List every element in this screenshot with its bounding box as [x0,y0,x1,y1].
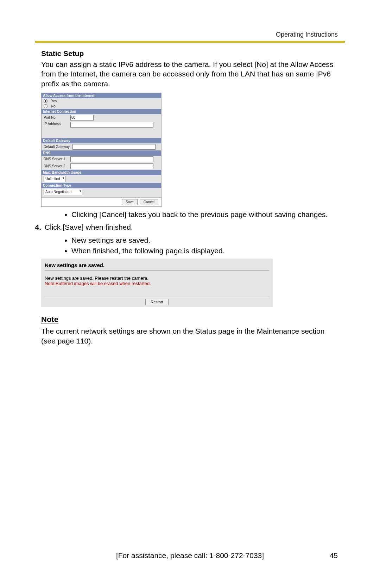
port-no-label: Port No. [44,116,68,119]
config-panel: Allow Access from the Internet Yes No In… [41,93,162,207]
panel-button-row: Save Cancel [42,198,161,206]
bullet-list-1: Clicking [Cancel] takes you back to the … [57,210,338,219]
max-bandwidth-header: Max. Bandwidth Usage [42,170,161,175]
running-head: Operating Instructions [276,31,338,38]
step-4: 4. Click [Save] when finished. [31,222,338,232]
dns2-label: DNS Server 2 [44,164,68,168]
step-text: Click [Save] when finished. [45,223,133,231]
saved-dialog-rule-2 [45,296,269,296]
default-gateway-header: Default Gateway [42,138,161,143]
note-text: The current network settings are shown o… [41,326,338,346]
restart-button[interactable]: Restart [145,299,168,305]
dns1-input[interactable] [70,156,153,162]
radio-yes-label: Yes [51,99,57,103]
note-heading: Note [41,315,338,324]
section-title: Static Setup [41,49,338,58]
bullet-saved: New settings are saved. [71,235,338,245]
bullet-following: When finished, the following page is dis… [71,246,338,256]
default-gateway-input[interactable] [72,144,156,150]
ip-address-input[interactable] [70,122,153,128]
saved-dialog-line2: Note:Buffered images will be erased when… [45,281,269,286]
saved-dialog: New settings are saved. New settings are… [41,259,273,307]
dns1-label: DNS Server 1 [44,157,68,161]
allow-access-no-row[interactable]: No [42,104,161,109]
internet-connection-header: Internet Connection [42,109,161,114]
footer-assistance: [For assistance, please call: 1-800-272-… [0,551,380,560]
section-intro: You can assign a static IPv6 address to … [41,60,338,88]
max-bandwidth-select[interactable]: Unlimited [44,176,65,182]
connection-type-header: Connection Type [42,183,161,188]
content: Static Setup You can assign a static IPv… [41,49,338,350]
saved-dialog-line1: New settings are saved. Please restart t… [45,276,269,281]
allow-access-yes-row[interactable]: Yes [42,98,161,104]
dns-header: DNS [42,150,161,156]
connection-type-select[interactable]: Auto Negotiation [44,189,82,195]
save-button[interactable]: Save [122,199,138,205]
radio-no-label: No [51,104,56,108]
radio-yes-icon[interactable] [44,99,48,103]
dns2-input[interactable] [70,163,153,169]
ip-address-label: IP Address [44,122,68,126]
step-number: 4. [31,222,41,232]
allow-access-header: Allow Access from the Internet [42,93,161,98]
default-gateway-label: Default Gateway [44,145,70,149]
saved-dialog-rule [45,270,269,271]
footer-page-number: 45 [330,551,338,560]
top-rule [35,41,345,43]
saved-dialog-title: New settings are saved. [45,262,269,268]
bullet-list-2: New settings are saved. When finished, t… [57,235,338,256]
bullet-cancel: Clicking [Cancel] takes you back to the … [71,210,338,219]
page: Operating Instructions Static Setup You … [0,0,380,588]
port-no-input[interactable] [70,115,94,120]
radio-no-icon[interactable] [44,104,48,108]
cancel-button[interactable]: Cancel [140,199,158,205]
